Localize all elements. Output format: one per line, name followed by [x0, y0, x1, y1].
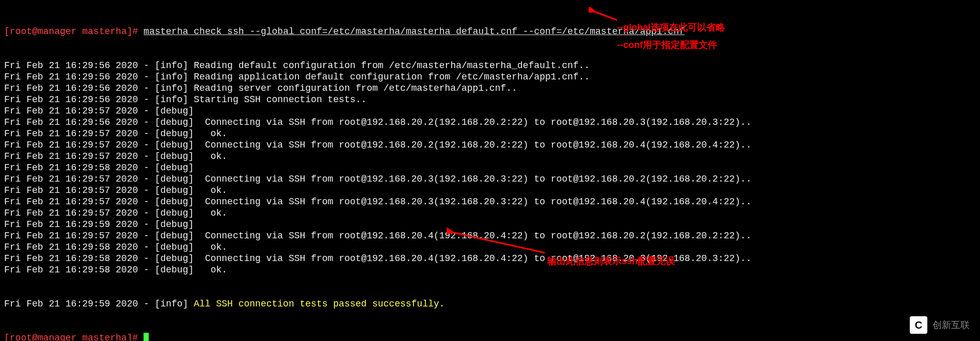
- log-message: ok.: [194, 185, 227, 196]
- log-timestamp: Fri Feb 21 16:29:56 2020 -: [4, 72, 155, 82]
- log-line: Fri Feb 21 16:29:56 2020 - [info] Starti…: [4, 94, 976, 105]
- log-timestamp: Fri Feb 21 16:29:58 2020 -: [4, 163, 155, 173]
- log-level: [debug]: [155, 106, 194, 116]
- log-lines-container: Fri Feb 21 16:29:56 2020 - [info] Readin…: [4, 60, 976, 275]
- log-line: Fri Feb 21 16:29:58 2020 - [debug] Conne…: [4, 253, 976, 264]
- log-level: [info]: [155, 72, 188, 82]
- prompt-user-host: root@manager: [10, 26, 77, 37]
- log-message: Connecting via SSH from root@192.168.20.…: [194, 174, 751, 184]
- log-line: Fri Feb 21 16:29:56 2020 - [debug] Conne…: [4, 117, 976, 128]
- log-message: [194, 219, 199, 230]
- log-timestamp: Fri Feb 21 16:29:57 2020 -: [4, 231, 155, 241]
- log-message: ok.: [194, 151, 227, 161]
- log-message: Connecting via SSH from root@192.168.20.…: [194, 231, 751, 241]
- terminal-output[interactable]: [root@manager masterha]# masterha_check_…: [0, 0, 980, 341]
- annotation-global: --global选项在此可以省略: [617, 22, 725, 33]
- log-timestamp: Fri Feb 21 16:29:57 2020 -: [4, 208, 155, 218]
- ready-prompt-line: [root@manager masterha]#: [4, 332, 976, 341]
- log-timestamp: Fri Feb 21 16:29:57 2020 -: [4, 174, 155, 184]
- log-timestamp: Fri Feb 21 16:29:57 2020 -: [4, 151, 155, 161]
- log-timestamp: Fri Feb 21 16:29:57 2020 -: [4, 197, 155, 207]
- command-line: [root@manager masterha]# masterha_check_…: [4, 26, 976, 37]
- log-level: [debug]: [155, 197, 194, 207]
- log-message: ok.: [194, 208, 227, 218]
- log-message: Reading server configuration from /etc/m…: [188, 83, 517, 93]
- log-message: [194, 163, 199, 173]
- log-message: Connecting via SSH from root@192.168.20.…: [194, 197, 751, 207]
- log-line: Fri Feb 21 16:29:57 2020 - [debug] ok.: [4, 128, 976, 139]
- prompt-open: [: [4, 26, 10, 37]
- log-line: Fri Feb 21 16:29:56 2020 - [info] Readin…: [4, 71, 976, 83]
- watermark: C 创新互联: [909, 315, 970, 335]
- log-level: [debug]: [155, 117, 194, 127]
- log-level: [info]: [155, 83, 188, 93]
- log-level: [debug]: [155, 242, 194, 252]
- log-level: [info]: [155, 299, 188, 309]
- log-level: [debug]: [155, 163, 194, 173]
- log-timestamp: Fri Feb 21 16:29:57 2020 -: [4, 106, 155, 116]
- log-timestamp: Fri Feb 21 16:29:59 2020 -: [4, 299, 155, 309]
- log-line: Fri Feb 21 16:29:59 2020 - [debug]: [4, 219, 976, 230]
- log-line: Fri Feb 21 16:29:57 2020 - [debug] Conne…: [4, 173, 976, 185]
- log-message: ok.: [194, 128, 227, 139]
- log-level: [debug]: [155, 140, 194, 150]
- log-level: [debug]: [155, 185, 194, 196]
- log-level: [info]: [155, 60, 188, 71]
- log-line: Fri Feb 21 16:29:58 2020 - [debug]: [4, 162, 976, 173]
- log-timestamp: Fri Feb 21 16:29:58 2020 -: [4, 253, 155, 264]
- log-message: Starting SSH connection tests..: [188, 94, 367, 105]
- log-timestamp: Fri Feb 21 16:29:56 2020 -: [4, 83, 155, 93]
- watermark-text: 创新互联: [932, 319, 970, 331]
- log-line: Fri Feb 21 16:29:57 2020 - [debug] Conne…: [4, 139, 976, 151]
- log-timestamp: Fri Feb 21 16:29:58 2020 -: [4, 265, 155, 275]
- log-level: [debug]: [155, 231, 194, 241]
- log-line: Fri Feb 21 16:29:56 2020 - [info] Readin…: [4, 83, 976, 94]
- log-message: ok.: [194, 265, 227, 275]
- log-level: [debug]: [155, 208, 194, 218]
- log-message: Connecting via SSH from root@192.168.20.…: [194, 117, 751, 127]
- log-level: [debug]: [155, 174, 194, 184]
- annotation-conf: --conf用于指定配置文件: [617, 39, 717, 51]
- log-timestamp: Fri Feb 21 16:29:59 2020 -: [4, 219, 155, 230]
- log-line: Fri Feb 21 16:29:57 2020 - [debug]: [4, 105, 976, 117]
- log-line: Fri Feb 21 16:29:57 2020 - [debug] ok.: [4, 151, 976, 162]
- log-line: Fri Feb 21 16:29:57 2020 - [debug] ok.: [4, 185, 976, 196]
- log-level: [info]: [155, 94, 188, 105]
- cursor-icon: [144, 333, 149, 341]
- log-message: ok.: [194, 242, 227, 252]
- log-message: Reading default configuration from /etc/…: [188, 60, 590, 71]
- log-level: [debug]: [155, 253, 194, 264]
- log-message: [194, 106, 199, 116]
- log-line: Fri Feb 21 16:29:56 2020 - [info] Readin…: [4, 60, 976, 71]
- log-timestamp: Fri Feb 21 16:29:57 2020 -: [4, 128, 155, 139]
- log-timestamp: Fri Feb 21 16:29:58 2020 -: [4, 242, 155, 252]
- watermark-logo-icon: C: [909, 315, 928, 335]
- log-timestamp: Fri Feb 21 16:29:56 2020 -: [4, 94, 155, 105]
- prompt-symbol: #: [132, 26, 144, 37]
- log-message: Reading application default configuratio…: [188, 72, 590, 82]
- log-level: [debug]: [155, 265, 194, 275]
- success-line: Fri Feb 21 16:29:59 2020 - [info] All SS…: [4, 298, 976, 310]
- log-timestamp: Fri Feb 21 16:29:56 2020 -: [4, 60, 155, 71]
- log-level: [debug]: [155, 219, 194, 230]
- success-message: All SSH connection tests passed successf…: [188, 299, 445, 309]
- log-level: [debug]: [155, 128, 194, 139]
- log-timestamp: Fri Feb 21 16:29:57 2020 -: [4, 185, 155, 196]
- log-line: Fri Feb 21 16:29:58 2020 - [debug] ok.: [4, 264, 976, 275]
- log-timestamp: Fri Feb 21 16:29:56 2020 -: [4, 117, 155, 127]
- typed-command: masterha_check_ssh --global_conf=/etc/ma…: [144, 26, 685, 37]
- prompt-close: ]: [127, 26, 133, 37]
- log-level: [debug]: [155, 151, 194, 161]
- annotation-success: 输出此信息则表示ssh配置无误: [547, 255, 675, 267]
- log-message: Connecting via SSH from root@192.168.20.…: [194, 140, 751, 150]
- log-line: Fri Feb 21 16:29:57 2020 - [debug] Conne…: [4, 196, 976, 207]
- log-line: Fri Feb 21 16:29:57 2020 - [debug] Conne…: [4, 230, 976, 241]
- log-timestamp: Fri Feb 21 16:29:57 2020 -: [4, 140, 155, 150]
- log-line: Fri Feb 21 16:29:57 2020 - [debug] ok.: [4, 207, 976, 219]
- prompt-cwd: masterha: [82, 26, 127, 37]
- log-line: Fri Feb 21 16:29:58 2020 - [debug] ok.: [4, 241, 976, 253]
